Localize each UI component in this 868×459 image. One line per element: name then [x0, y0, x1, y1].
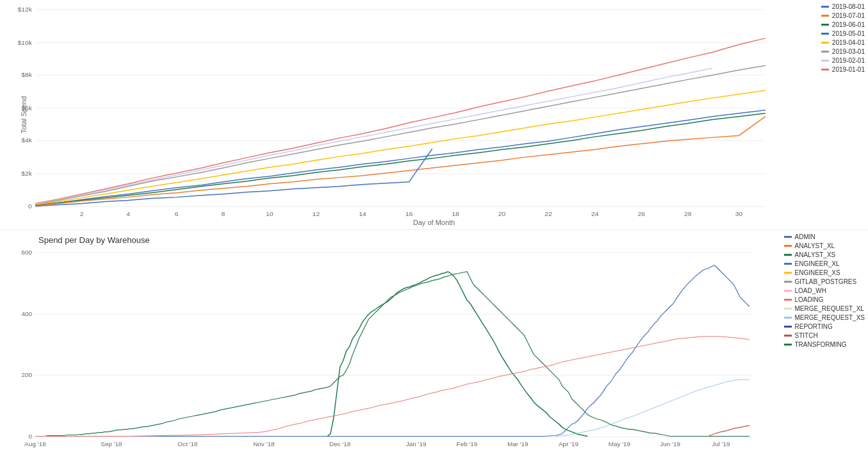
svg-text:$6k: $6k [21, 104, 33, 112]
svg-text:Dec '18: Dec '18 [329, 440, 351, 447]
svg-text:10: 10 [266, 211, 274, 218]
legend-label-merge-request-xs: MERGE_REQUEST_XS [795, 314, 865, 321]
svg-text:0: 0 [28, 203, 32, 210]
legend-label-analyst-xl: ANALYST_XL [795, 242, 835, 249]
legend-color-engineer-xs [784, 272, 792, 274]
legend-item-engineer-xl: ENGINEER_XL [784, 260, 865, 267]
svg-text:Jul '19: Jul '19 [712, 440, 730, 447]
svg-text:600: 600 [22, 248, 33, 255]
legend-item-2019-08: 2019-08-01 [821, 3, 865, 10]
legend-item-transforming: TRANSFORMING [784, 341, 865, 348]
legend-color-stitch [784, 335, 792, 337]
legend-label-admin: ADMIN [795, 233, 815, 240]
svg-text:$12k: $12k [17, 6, 32, 13]
top-chart-legend: 2019-08-01 2019-07-01 2019-06-01 2019-05… [821, 3, 865, 75]
legend-label-merge-request-xl: MERGE_REQUEST_XL [795, 305, 864, 312]
svg-text:6: 6 [175, 211, 179, 218]
svg-text:Jan '19: Jan '19 [406, 440, 427, 447]
svg-text:Feb '19: Feb '19 [457, 440, 478, 447]
bottom-chart-area: 0 200 400 600 Aug '18 Sep '18 Oct '18 No… [35, 253, 753, 437]
legend-item-gitlab-postgres: GITLAB_POSTGRES [784, 278, 865, 285]
svg-text:26: 26 [637, 211, 645, 218]
svg-text:4: 4 [126, 211, 130, 218]
legend-label-stitch: STITCH [795, 332, 818, 339]
legend-item-2019-07: 2019-07-01 [821, 12, 865, 19]
legend-color-2019-08 [821, 6, 829, 8]
legend-color-load-wh [784, 290, 792, 292]
legend-item-merge-request-xl: MERGE_REQUEST_XL [784, 305, 865, 312]
bottom-chart-legend: ADMIN ANALYST_XL ANALYST_XS ENGINEER_XL … [784, 233, 865, 350]
legend-label-analyst-xs: ANALYST_XS [795, 251, 836, 258]
legend-item-2019-04: 2019-04-01 [821, 39, 865, 46]
legend-item-analyst-xs: ANALYST_XS [784, 251, 865, 258]
svg-text:Aug '18: Aug '18 [24, 440, 46, 447]
legend-label-2019-06: 2019-06-01 [832, 21, 865, 28]
legend-label-2019-03: 2019-03-01 [832, 48, 865, 55]
svg-text:16: 16 [405, 211, 413, 218]
legend-color-2019-07 [821, 15, 829, 17]
legend-item-2019-01: 2019-01-01 [821, 66, 865, 73]
legend-label-transforming: TRANSFORMING [795, 341, 847, 348]
svg-text:20: 20 [498, 211, 506, 218]
legend-color-2019-05 [821, 33, 829, 35]
legend-label-load-wh: LOAD_WH [795, 287, 826, 294]
svg-text:8: 8 [221, 211, 225, 218]
svg-text:12: 12 [313, 211, 320, 218]
svg-text:$2k: $2k [21, 170, 33, 177]
legend-item-load-wh: LOAD_WH [784, 287, 865, 294]
svg-text:$10k: $10k [17, 39, 32, 46]
legend-color-2019-06 [821, 24, 829, 26]
svg-text:18: 18 [452, 211, 459, 218]
legend-label-reporting: REPORTING [795, 323, 833, 330]
legend-color-admin [784, 236, 792, 238]
legend-color-2019-02 [821, 60, 829, 62]
svg-text:14: 14 [359, 211, 366, 218]
legend-item-2019-03: 2019-03-01 [821, 48, 865, 55]
svg-text:24: 24 [591, 211, 599, 218]
top-x-axis-label: Day of Month [413, 219, 455, 226]
top-chart-svg: 0 $2k $4k $6k $8k $10k $12k 2 4 6 8 10 1… [35, 10, 766, 207]
legend-color-engineer-xl [784, 263, 792, 265]
svg-text:Sep '18: Sep '18 [101, 440, 122, 447]
legend-color-merge-request-xl [784, 308, 792, 310]
legend-item-reporting: REPORTING [784, 323, 865, 330]
legend-item-engineer-xs: ENGINEER_XS [784, 269, 865, 276]
legend-item-loading: LOADING [784, 296, 865, 303]
legend-color-merge-request-xs [784, 317, 792, 319]
legend-color-reporting [784, 326, 792, 328]
top-y-axis-label: Total Spend [20, 96, 28, 133]
bottom-chart-title: Spend per Day by Warehouse [38, 235, 150, 245]
legend-color-transforming [784, 344, 792, 346]
svg-text:0: 0 [29, 433, 33, 440]
svg-text:30: 30 [735, 211, 743, 218]
bottom-chart-svg: 0 200 400 600 Aug '18 Sep '18 Oct '18 No… [35, 253, 753, 437]
svg-text:Oct '18: Oct '18 [177, 440, 198, 447]
legend-color-loading [784, 299, 792, 301]
legend-label-engineer-xl: ENGINEER_XL [795, 260, 840, 267]
legend-label-2019-04: 2019-04-01 [832, 39, 865, 46]
legend-color-gitlab-postgres [784, 281, 792, 283]
legend-item-stitch: STITCH [784, 332, 865, 339]
svg-text:$8k: $8k [21, 71, 33, 78]
svg-text:400: 400 [22, 310, 33, 317]
svg-text:22: 22 [545, 211, 552, 218]
bottom-chart-section: Spend per Day by Warehouse ADMIN ANALYST… [0, 230, 868, 460]
legend-item-merge-request-xs: MERGE_REQUEST_XS [784, 314, 865, 321]
legend-color-2019-01 [821, 69, 829, 71]
svg-text:May '19: May '19 [609, 440, 631, 447]
svg-text:2: 2 [80, 211, 84, 218]
legend-item-2019-02: 2019-02-01 [821, 57, 865, 64]
svg-text:Nov '18: Nov '18 [253, 440, 275, 447]
top-chart-section: Total Spend Day of Month 2019-08-01 2019… [0, 0, 868, 230]
svg-text:28: 28 [684, 211, 692, 218]
legend-item-2019-06: 2019-06-01 [821, 21, 865, 28]
legend-label-loading: LOADING [795, 296, 824, 303]
legend-label-2019-08: 2019-08-01 [832, 3, 865, 10]
svg-text:200: 200 [22, 371, 33, 378]
legend-label-2019-07: 2019-07-01 [832, 12, 865, 19]
legend-label-2019-02: 2019-02-01 [832, 57, 865, 64]
legend-item-2019-05: 2019-05-01 [821, 30, 865, 37]
top-chart-area: 0 $2k $4k $6k $8k $10k $12k 2 4 6 8 10 1… [35, 10, 766, 207]
legend-color-2019-03 [821, 51, 829, 53]
legend-label-2019-05: 2019-05-01 [832, 30, 865, 37]
